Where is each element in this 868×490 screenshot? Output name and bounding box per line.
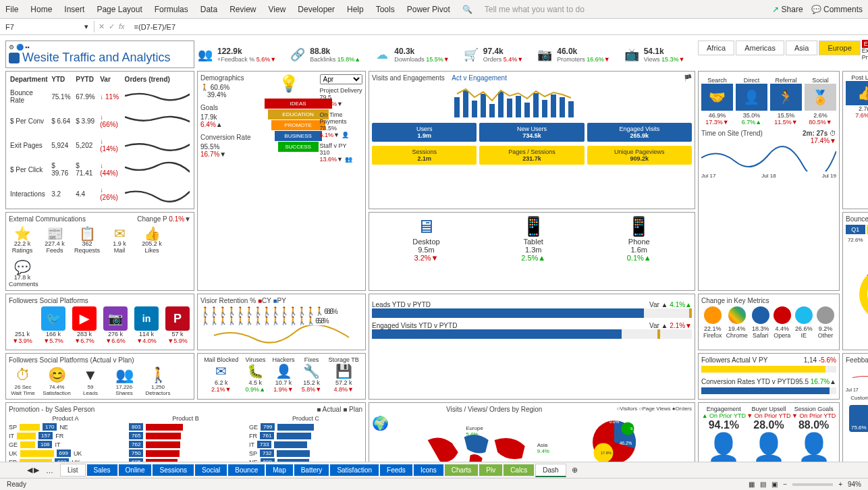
ribbon-data[interactable]: Data	[200, 5, 217, 14]
ribbon-file[interactable]: File	[5, 5, 18, 14]
sheet-charts[interactable]: Charts	[445, 464, 478, 476]
post-panel: Post Likes👍2.7m7.6%▼ Comments💬327.7k8.4%…	[842, 71, 868, 209]
sheet-bounce[interactable]: Bounce	[228, 464, 265, 476]
stat-users: Users1.9m	[372, 123, 477, 142]
nav-next[interactable]: ▶	[34, 466, 39, 474]
social-instagram: 📷276 k▼6.6%	[102, 306, 129, 344]
svg-text:17.8%: 17.8%	[601, 451, 612, 455]
comm-comments: 💬17.8 kComments	[9, 259, 36, 288]
svg-rect-1	[463, 90, 468, 117]
sheet-list[interactable]: List	[60, 464, 86, 477]
svg-rect-9	[533, 93, 539, 117]
tellme[interactable]: Tell me what you want to do	[485, 5, 585, 14]
add-sheet[interactable]: ⊕	[572, 466, 578, 474]
device-phone: 📱Phone1.6m0.1%▲	[627, 215, 651, 262]
sheet-sales[interactable]: Sales	[87, 464, 117, 476]
ref-social: Social🏅2.6%80.5%▼	[805, 77, 836, 126]
sheet-satisfaction[interactable]: Satisfaction	[330, 464, 379, 476]
title-panel: ⚙ 🔵 ▪▪ Wesite Traffic and Analytics	[5, 40, 194, 68]
sheet-piv[interactable]: Piv	[479, 464, 502, 476]
ref-search: Search🤝46.9%17.3%▼	[701, 77, 733, 126]
social-youtube: ▶283 k▼6.7%	[71, 306, 98, 344]
region-africa[interactable]: Africa	[698, 40, 734, 55]
nav-prev[interactable]: ◀	[27, 466, 32, 474]
comm-feeds: 📰227.4 kFeeds	[41, 225, 68, 254]
stat-engaged: Engaged Visits265.9k	[587, 123, 692, 142]
sheet-social[interactable]: Social	[195, 464, 227, 476]
zoom-out[interactable]: −	[783, 481, 787, 488]
view-page[interactable]: ▤	[760, 481, 766, 488]
sheet-calcs[interactable]: Calcs	[504, 464, 534, 476]
zoom-level[interactable]: 94%	[848, 481, 861, 488]
funnel-panel: Demographics 🚶 60.6% 39.4% Goals 17.9k6.…	[197, 71, 366, 291]
view-break[interactable]: ▣	[771, 481, 778, 488]
month-select[interactable]: Apr	[320, 74, 362, 84]
ribbon-view[interactable]: View	[269, 5, 286, 14]
sheet-feeds[interactable]: Feeds	[380, 464, 412, 476]
exit-metrics: EXIT 26.8% 📋 41 Exit Rate 10.3%▲ Project…	[862, 40, 868, 61]
name-box[interactable]: F7▾	[0, 21, 94, 32]
metric-views: 📺54.1kViews 15.3%▼	[624, 47, 685, 63]
ribbon-powerpivot[interactable]: Power Pivot	[407, 5, 450, 14]
metric-feedback: 👥122.9k+Feedback % 5.6%▼	[197, 47, 276, 63]
stat-pages: Pages / Sessions231.7k	[479, 146, 584, 165]
browsers-panel: Change in Key Metrics 22.1%Firefox 19.4%…	[698, 294, 840, 350]
metric-backlinks: 🔗88.8kBacklinks 15.8%▲	[290, 47, 360, 63]
ribbon-help[interactable]: Help	[347, 5, 364, 14]
view-normal[interactable]: ▦	[749, 481, 755, 488]
fx-icon[interactable]: fx	[119, 22, 125, 31]
region-americas[interactable]: Americas	[736, 40, 784, 55]
dashboard-title: Wesite Traffic and Analytics	[9, 51, 191, 65]
region-europe[interactable]: Europe	[819, 40, 860, 55]
metric-orders: 🛒97.4kOrders 5.4%▼	[463, 47, 523, 63]
svg-rect-13	[568, 101, 574, 117]
comm-mail: ✉1.9 kMail	[106, 225, 133, 254]
svg-rect-11	[551, 94, 556, 117]
table-row: $ Per Click$ 39.76$ 71.41↓ (44%)	[9, 157, 191, 182]
region-asia[interactable]: Asia	[786, 40, 817, 55]
table-row: Exit Pages5,9245,202↓ (14%)	[9, 133, 191, 157]
enter-icon[interactable]: ✓	[109, 22, 115, 31]
leads-panel: Leads YTD v PYTD Var ▲ 4.1%▲ Engaged Vis…	[369, 294, 695, 400]
svg-text:0.0%: 0.0%	[609, 419, 620, 424]
sheet-sessions[interactable]: Sessions	[153, 464, 194, 476]
sheet-icons[interactable]: Icons	[414, 464, 443, 476]
mail-panel: Mail Blocked✉6.2 k2.1%▼ Viruses🐛4.5 k0.9…	[197, 353, 366, 400]
sheet-tabs: ◀ ▶ … List Sales Online Sessions Social …	[0, 462, 868, 478]
time-panel: Search🤝46.9%17.3%▼ Direct👤35.0%6.7%▲ Ref…	[698, 71, 840, 291]
metric-promoters: 📷46.0kPromoters 16.6%▼	[537, 47, 609, 63]
formula-bar: F7▾ ✕✓fx =(D7-E7)/E7	[0, 19, 868, 35]
social-facebook: f251 k▼3.9%	[9, 306, 36, 344]
ribbon-formulas[interactable]: Formulas	[155, 5, 188, 14]
social-linkedin: in114 k▼4.0%	[133, 306, 160, 344]
person-icon: 👤	[797, 431, 831, 463]
comments-button[interactable]: 💬 Comments	[811, 5, 863, 14]
formula-input[interactable]: =(D7-E7)/E7	[129, 22, 868, 32]
ribbon-pagelayout[interactable]: Page Layout	[97, 5, 142, 14]
ribbon-home[interactable]: Home	[30, 5, 52, 14]
comm-likes: 👍205.2 kLikes	[138, 225, 165, 254]
sheet-online[interactable]: Online	[119, 464, 152, 476]
svg-rect-4	[489, 104, 495, 117]
ribbon-tools[interactable]: Tools	[376, 5, 395, 14]
region-tabs: Africa Americas Asia Europe EXIT 26.8% 📋…	[698, 40, 868, 68]
share-button[interactable]: ↗ Share	[772, 5, 803, 14]
zoom-in[interactable]: +	[838, 481, 842, 488]
bounce-donut-icon	[859, 267, 868, 321]
stat-sessions: Sessions2.1m	[372, 146, 477, 165]
ribbon-review[interactable]: Review	[229, 5, 256, 14]
cancel-icon[interactable]: ✕	[99, 22, 105, 31]
social-panel: Followers Social Platforms f251 k▼3.9% 🐦…	[5, 294, 194, 350]
comm-requests: 📋362Requests	[74, 225, 101, 254]
social-pinterest: P57 k▼5.9%	[164, 306, 191, 344]
ribbon-developer[interactable]: Developer	[298, 5, 335, 14]
ribbon-insert[interactable]: Insert	[64, 5, 84, 14]
sheet-battery[interactable]: Battery	[294, 464, 329, 476]
person-icon: 👤	[707, 431, 740, 463]
social-twitter: 🐦166 k▼5.7%	[40, 306, 67, 344]
svg-rect-10	[542, 100, 547, 117]
sheet-map[interactable]: Map	[266, 464, 292, 476]
dept-table: DepartmentYTDPYTDVarOrders (trend) Bounc…	[5, 71, 194, 209]
sheet-dash[interactable]: Dash	[535, 464, 566, 477]
conv-panel: Followers Actual V PY 1,14 -5.6% Convers…	[698, 353, 840, 400]
